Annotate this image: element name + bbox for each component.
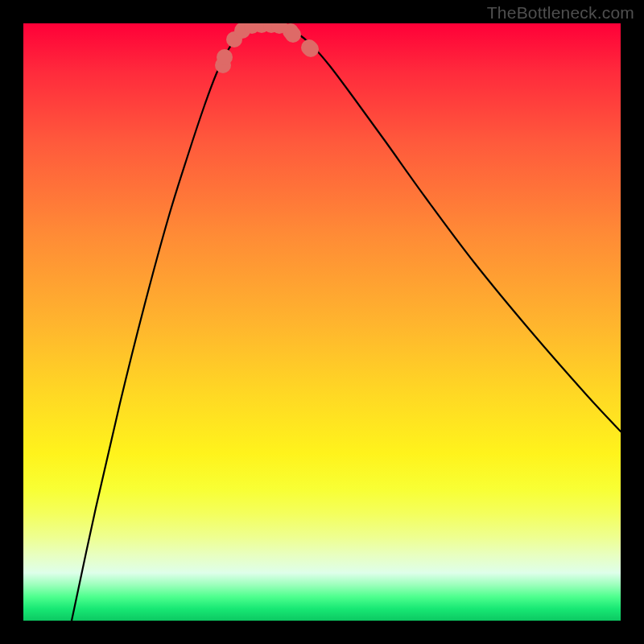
watermark-text: TheBottleneck.com [487, 3, 634, 23]
outer-frame: TheBottleneck.com [0, 0, 644, 644]
plot-area [23, 23, 621, 621]
chart-svg [23, 23, 621, 621]
bottleneck-curve [72, 25, 621, 621]
highlight-dot [217, 49, 233, 65]
highlight-dot [285, 27, 301, 43]
highlight-dot [303, 41, 319, 57]
curve-group [72, 25, 621, 621]
marker-group [215, 23, 319, 73]
